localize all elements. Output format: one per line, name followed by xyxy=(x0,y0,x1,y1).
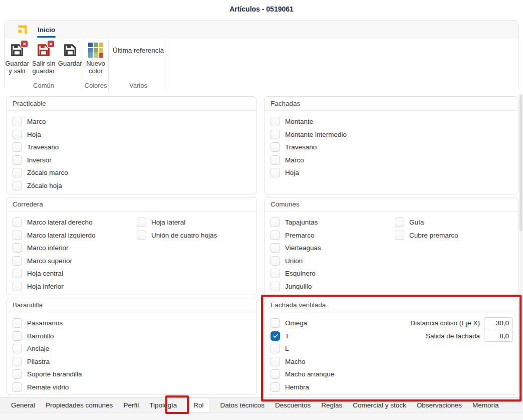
footer-tab-memoria[interactable]: Memoria xyxy=(472,401,499,409)
checkbox-unchecked[interactable] xyxy=(13,357,22,366)
footer-tab-tipologia[interactable]: Tipología xyxy=(149,401,177,409)
checkbox-hembra[interactable]: Hembra xyxy=(271,381,334,394)
checkbox-unchecked[interactable] xyxy=(271,231,280,240)
checkbox-marco-lateral-izquierdo[interactable]: Marco lateral izquierdo xyxy=(13,229,96,242)
checkbox-premarco[interactable]: Premarco xyxy=(271,229,321,242)
checkbox-unchecked[interactable] xyxy=(13,142,22,152)
checkbox-l[interactable]: L xyxy=(271,342,334,355)
checkbox-unchecked[interactable] xyxy=(13,155,22,165)
app-logo-icon[interactable] xyxy=(17,25,28,36)
checkbox-zocalo-hoja[interactable]: Zócalo hoja xyxy=(13,179,68,192)
checkbox-unchecked[interactable] xyxy=(13,117,22,126)
checkbox-unchecked[interactable] xyxy=(13,331,22,341)
checkbox-unchecked[interactable] xyxy=(13,269,22,278)
footer-tab-perfil[interactable]: Perfil xyxy=(123,401,139,409)
footer-tab-descuentos[interactable]: Descuentos xyxy=(275,401,311,409)
checkbox-unchecked[interactable] xyxy=(13,130,22,139)
guardar-y-salir-button[interactable]: ✕ Guardar y salir xyxy=(5,43,30,75)
checkbox-macho-arranque[interactable]: Macho arranque xyxy=(271,368,334,381)
checkbox-marco-superior[interactable]: Marco superior xyxy=(13,255,96,268)
checkbox-t[interactable]: T xyxy=(271,330,334,343)
checkbox-unchecked[interactable] xyxy=(271,117,280,126)
checkbox-macho[interactable]: Macho xyxy=(271,355,334,368)
checkbox-unchecked[interactable] xyxy=(13,218,22,227)
checkbox-unchecked[interactable] xyxy=(271,243,280,253)
checkbox-unchecked[interactable] xyxy=(271,130,280,139)
guardar-button[interactable]: Guardar xyxy=(57,43,83,67)
checkbox-marco-lateral-derecho[interactable]: Marco lateral derecho xyxy=(13,216,96,229)
checkbox-unchecked[interactable] xyxy=(13,243,22,253)
checkbox-unchecked[interactable] xyxy=(137,218,146,227)
checkbox-hoja[interactable]: Hoja xyxy=(13,128,68,141)
checkbox-hoja-inferior[interactable]: Hoja inferior xyxy=(13,280,96,293)
checkbox-unchecked[interactable] xyxy=(271,382,280,392)
scrollbar-thumb[interactable] xyxy=(519,95,522,231)
footer-tab-propiedades-comunes[interactable]: Propiedades comunes xyxy=(46,401,113,409)
checkbox-unchecked[interactable] xyxy=(395,231,404,240)
checkbox-hoja[interactable]: Hoja xyxy=(271,166,347,179)
checkbox-unchecked[interactable] xyxy=(271,168,280,177)
checkbox-anclaje[interactable]: Anclaje xyxy=(13,342,82,355)
checkbox-tapajuntas[interactable]: Tapajuntas xyxy=(271,216,321,229)
checkbox-pasamanos[interactable]: Pasamanos xyxy=(13,317,82,330)
tab-inicio[interactable]: Inicio xyxy=(38,26,55,34)
checkbox-unchecked[interactable] xyxy=(13,369,22,379)
checkbox-marco[interactable]: Marco xyxy=(271,154,347,167)
checkbox-checked[interactable] xyxy=(271,331,280,341)
checkbox-esquinero[interactable]: Esquinero xyxy=(271,267,321,280)
checkbox-unchecked[interactable] xyxy=(271,256,280,266)
footer-tab-datos-tecnicos[interactable]: Datos técnicos xyxy=(220,401,265,409)
checkbox-remate-vidrio[interactable]: Remate vidrio xyxy=(13,381,82,394)
checkbox-unchecked[interactable] xyxy=(271,369,280,379)
salir-sin-guardar-button[interactable]: ✕ Salir sin guardar xyxy=(31,43,57,75)
checkbox-montante[interactable]: Montante xyxy=(271,115,347,128)
checkbox-soporte-barandilla[interactable]: Soporte barandilla xyxy=(13,368,82,381)
checkbox-omega[interactable]: Omega xyxy=(271,317,334,330)
checkbox-junquillo[interactable]: Junquillo xyxy=(271,280,321,293)
checkbox-pilastra[interactable]: Pilastra xyxy=(13,355,82,368)
field-input-salida-de-fachada[interactable]: 8,0 xyxy=(484,330,513,342)
checkbox-hoja-central[interactable]: Hoja central xyxy=(13,267,96,280)
checkbox-montante-intermedio[interactable]: Montante intermedio xyxy=(271,128,347,141)
checkbox-unchecked[interactable] xyxy=(13,168,22,177)
checkbox-unchecked[interactable] xyxy=(13,382,22,392)
checkbox-union[interactable]: Unión xyxy=(271,255,321,268)
field-input-distancia-coliso-eje-x[interactable]: 30,0 xyxy=(484,317,513,329)
checkbox-unchecked[interactable] xyxy=(271,318,280,328)
checkbox-marco[interactable]: Marco xyxy=(13,115,68,128)
checkbox-unchecked[interactable] xyxy=(13,181,22,190)
checkbox-marco-inferior[interactable]: Marco inferior xyxy=(13,242,96,255)
checkbox-zocalo-marco[interactable]: Zócalo marco xyxy=(13,166,68,179)
checkbox-barrotillo[interactable]: Barrotillo xyxy=(13,330,82,343)
checkbox-cubre-premarco[interactable]: Cubre premarco xyxy=(395,229,458,242)
checkbox-unchecked[interactable] xyxy=(13,231,22,240)
checkbox-union-de-cuatro-hojas[interactable]: Unión de cuatro hojas xyxy=(137,229,217,242)
checkbox-inversor[interactable]: Inversor xyxy=(13,154,68,167)
checkbox-vierteaguas[interactable]: Vierteaguas xyxy=(271,242,321,255)
checkbox-unchecked[interactable] xyxy=(13,256,22,266)
vertical-scrollbar[interactable] xyxy=(519,93,522,396)
footer-tab-rol[interactable]: Rol xyxy=(187,398,209,412)
nuevo-color-button[interactable]: Nuevo color xyxy=(83,43,108,75)
checkbox-unchecked[interactable] xyxy=(271,218,280,227)
checkbox-unchecked[interactable] xyxy=(271,142,280,152)
checkbox-unchecked[interactable] xyxy=(395,218,404,227)
checkbox-travesano[interactable]: Travesaño xyxy=(271,141,347,154)
checkbox-unchecked[interactable] xyxy=(13,344,22,353)
checkbox-travesano[interactable]: Travesaño xyxy=(13,141,68,154)
footer-tab-reglas[interactable]: Reglas xyxy=(321,401,342,409)
checkbox-guia[interactable]: Guía xyxy=(395,216,458,229)
checkbox-unchecked[interactable] xyxy=(271,344,280,353)
checkbox-unchecked[interactable] xyxy=(271,357,280,366)
footer-tab-comercial-y-stock[interactable]: Comercial y stock xyxy=(353,401,406,409)
ultima-referencia-item[interactable]: Última referencia xyxy=(113,43,164,54)
checkbox-unchecked[interactable] xyxy=(271,155,280,165)
checkbox-hoja-lateral[interactable]: Hoja lateral xyxy=(137,216,217,229)
footer-tab-general[interactable]: General xyxy=(11,401,35,409)
checkbox-unchecked[interactable] xyxy=(13,282,22,291)
checkbox-unchecked[interactable] xyxy=(13,318,22,328)
checkbox-unchecked[interactable] xyxy=(137,231,146,240)
checkbox-unchecked[interactable] xyxy=(271,269,280,278)
checkbox-unchecked[interactable] xyxy=(271,282,280,291)
footer-tab-observaciones[interactable]: Observaciones xyxy=(417,401,462,409)
